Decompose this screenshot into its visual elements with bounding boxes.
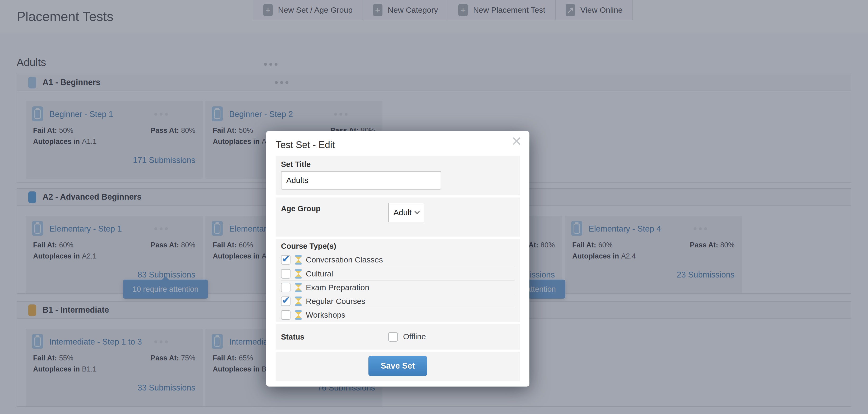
checkbox[interactable]: ✔: [281, 269, 290, 279]
hourglass-icon: [295, 297, 302, 306]
checkbox[interactable]: ✔: [281, 310, 290, 320]
age-group-label: Age Group: [281, 204, 320, 213]
course-types-label: Course Type(s): [281, 242, 336, 250]
course-type-row: ✔ Workshops: [281, 308, 515, 321]
course-type-label: Cultural: [306, 269, 333, 278]
set-title-section: Set Title: [276, 156, 520, 195]
course-type-label: Workshops: [306, 311, 345, 319]
course-type-row: ✔ Exam Preparation: [281, 280, 515, 294]
hourglass-icon: [295, 269, 302, 279]
save-section: Save Set: [276, 352, 520, 381]
test-set-edit-modal: × Test Set - Edit Set Title Age Group Ad…: [266, 131, 529, 386]
checkbox[interactable]: ✔: [281, 255, 290, 265]
modal-title: Test Set - Edit: [276, 139, 335, 150]
course-type-row: ✔ Conversation Classes: [281, 253, 515, 267]
course-type-label: Exam Preparation: [306, 283, 369, 292]
check-icon: ✔: [282, 253, 290, 265]
checkbox[interactable]: ✔: [281, 283, 290, 292]
course-type-row: ✔ Regular Courses: [281, 294, 515, 308]
check-icon: ✔: [282, 295, 290, 306]
save-set-button[interactable]: Save Set: [368, 356, 427, 376]
status-label: Status: [281, 333, 305, 341]
set-title-input[interactable]: [281, 171, 441, 189]
checkbox[interactable]: ✔: [281, 297, 290, 306]
course-type-label: Regular Courses: [306, 297, 365, 306]
course-types-section: Course Type(s) ✔ Conversation Classes ✔ …: [276, 239, 520, 322]
age-group-section: Age Group Adult: [276, 198, 520, 237]
offline-checkbox[interactable]: [388, 332, 398, 342]
hourglass-icon: [295, 255, 302, 265]
age-group-select[interactable]: Adult: [388, 203, 424, 222]
chevron-down-icon: [414, 209, 420, 214]
age-group-value: Adult: [394, 208, 411, 217]
status-section: Status Offline: [276, 324, 520, 350]
course-types-list: ✔ Conversation Classes ✔ Cultural ✔ Exam…: [281, 253, 515, 321]
hourglass-icon: [295, 310, 302, 320]
close-icon[interactable]: ×: [512, 133, 522, 149]
offline-label: Offline: [403, 332, 426, 341]
set-title-label: Set Title: [281, 160, 311, 169]
placement-tests-page: Placement Tests + New Set / Age Group + …: [0, 0, 868, 414]
hourglass-icon: [295, 283, 302, 292]
course-type-label: Conversation Classes: [306, 255, 383, 264]
course-type-row: ✔ Cultural: [281, 267, 515, 280]
